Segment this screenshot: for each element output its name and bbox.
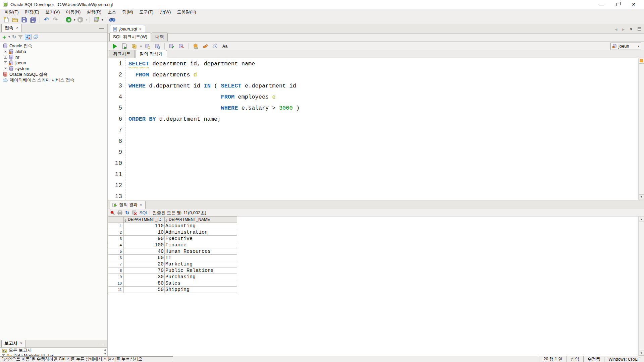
close-icon[interactable]: × [631, 2, 636, 7]
code-line-8[interactable] [128, 136, 638, 147]
editor-scrollbar[interactable]: ▲ ▼ [638, 58, 644, 200]
back-dropdown-icon[interactable]: ▾ [74, 18, 75, 21]
clear-worksheet-icon[interactable] [202, 43, 210, 50]
result-row[interactable]: 1110Accounting [108, 223, 237, 229]
results-scroll-down-icon[interactable]: ▼ [639, 351, 644, 356]
report-item-모든-보고서[interactable]: 모든 보고서 [0, 348, 107, 353]
print-icon[interactable] [117, 210, 122, 215]
editor-code[interactable]: SELECT department_id, department_name FR… [125, 58, 638, 200]
code-line-13[interactable] [128, 191, 638, 200]
menu-도움말-h[interactable]: 도움말(H) [174, 9, 199, 15]
results-scroll-up-icon[interactable]: ▲ [639, 217, 644, 222]
restore-icon[interactable] [615, 2, 620, 7]
tab-scroll-left-icon[interactable]: ◀ [615, 27, 618, 31]
sort-connections-icon[interactable] [25, 34, 32, 40]
tab-scroll-right-icon[interactable]: ▶ [622, 27, 625, 31]
filter-connections-icon[interactable] [18, 35, 23, 39]
code-line-7[interactable] [128, 125, 638, 136]
back-icon[interactable]: ◀ [64, 16, 72, 23]
connections-tab[interactable]: 접속 × [1, 24, 22, 32]
sql-button[interactable]: SQL [140, 210, 150, 215]
column-header-department-name[interactable]: DEPARTMENT_NAME [165, 217, 237, 223]
column-header-department-id[interactable]: DEPARTMENT_ID [124, 217, 165, 223]
result-row[interactable]: 1080Sales [108, 280, 237, 287]
menu-편집-e[interactable]: 편집(E) [22, 9, 42, 15]
forward-icon[interactable]: ▶ [76, 16, 85, 23]
tab-history[interactable]: 내역 [152, 33, 168, 41]
document-tab-joeun-sql[interactable]: joeun.sql × [110, 25, 145, 33]
result-row[interactable]: 870Public Relations [108, 267, 237, 274]
undo-icon[interactable]: ↶ [42, 16, 50, 23]
code-line-9[interactable] [128, 147, 638, 158]
forward-dropdown-icon[interactable]: ▾ [86, 18, 88, 21]
results-scrollbar[interactable]: ▲ ▼ [638, 217, 644, 356]
result-row[interactable]: 4100Finance [108, 242, 237, 248]
code-line-6[interactable]: ORDER BY d.department_name; [128, 114, 638, 125]
save-all-icon[interactable] [29, 16, 37, 23]
commit-icon[interactable] [168, 43, 176, 50]
save-icon[interactable] [20, 16, 28, 23]
redo-icon[interactable]: ↷ [51, 16, 59, 23]
rollback-icon[interactable] [177, 43, 185, 50]
menu-보기-v[interactable]: 보기(V) [42, 9, 63, 15]
results-tab[interactable]: 질의 결과 × [110, 201, 146, 209]
refresh-connections-icon[interactable]: ↻ [12, 34, 16, 40]
tree-item-oracle-접속[interactable]: Oracle 접속 [0, 43, 107, 49]
result-row[interactable]: 540Human Resources [108, 248, 237, 255]
results-tab-close-icon[interactable]: × [140, 202, 142, 207]
tree-item-데이터베이스-스키마-서비스-접속[interactable]: 데이터베이스 스키마 서비스 접속 [0, 77, 107, 83]
expand-icon[interactable]: + [4, 50, 7, 53]
reports-scroll-up-icon[interactable]: ▲ [104, 348, 107, 351]
reports-scroll-down-icon[interactable]: ▼ [104, 352, 107, 355]
menu-도구-t[interactable]: 도구(T) [136, 9, 157, 15]
sort-icon[interactable] [165, 219, 167, 222]
sql-tuning-icon[interactable] [153, 43, 161, 50]
tree-item-joeun[interactable]: +joeun [0, 60, 107, 66]
menu-팀-m[interactable]: 팀(M) [119, 9, 136, 15]
result-row[interactable]: 720Marketing [108, 261, 237, 267]
tab-list-dropdown-icon[interactable]: ▼ [629, 27, 633, 31]
tab-query-builder[interactable]: 질의 작성기 [135, 50, 167, 58]
case-toggle-icon[interactable]: Aa [221, 43, 229, 50]
unshared-worksheet-icon[interactable]: SQL [192, 43, 200, 50]
tree-item-system[interactable]: +system [0, 66, 107, 71]
code-line-1[interactable]: SELECT department_id, department_name [128, 58, 638, 69]
connections-close-icon[interactable]: × [16, 25, 18, 30]
refresh-grid-icon[interactable]: ↻ [125, 210, 129, 216]
code-line-10[interactable] [128, 158, 638, 169]
menu-이동-n[interactable]: 이동(N) [63, 9, 84, 15]
tree-item-aloha[interactable]: +aloha [0, 49, 107, 54]
sql-history-icon[interactable] [211, 43, 219, 50]
sort-icon[interactable] [124, 219, 126, 222]
result-row[interactable]: 1150Shipping [108, 287, 237, 293]
code-line-12[interactable] [128, 180, 638, 191]
code-editor[interactable]: 12345678910111213 SELECT department_id, … [108, 58, 644, 200]
add-connection-icon[interactable]: + [2, 34, 6, 40]
result-row[interactable]: 210Administration [108, 229, 237, 236]
run-statement-icon[interactable] [111, 43, 119, 50]
pin-icon[interactable] [110, 210, 115, 215]
reports-close-icon[interactable]: × [20, 341, 22, 346]
expand-icon[interactable]: + [4, 56, 7, 59]
menu-소스[interactable]: 소스 [104, 9, 119, 15]
code-line-11[interactable] [128, 169, 638, 180]
menu-실행-r[interactable]: 실행(R) [84, 9, 104, 15]
collapse-all-icon[interactable] [34, 35, 39, 39]
open-file-icon[interactable] [11, 16, 19, 23]
editor-scroll-down-icon[interactable]: ▼ [639, 194, 644, 199]
result-row[interactable]: 660IT [108, 255, 237, 261]
tree-item-hr[interactable]: +hr [0, 54, 107, 60]
minimize-icon[interactable]: — [599, 2, 604, 7]
delete-rows-icon[interactable] [132, 210, 137, 215]
maximize-editor-icon[interactable] [638, 27, 641, 31]
menu-창-w[interactable]: 창(W) [157, 9, 174, 15]
run-script-icon[interactable] [120, 43, 128, 50]
result-row[interactable]: 930Purchasing [108, 274, 237, 280]
explain-plan-icon[interactable] [144, 43, 152, 50]
tab-worksheet[interactable]: 워크시트 [109, 50, 135, 58]
menu-파일-f[interactable]: 파일(F) [1, 9, 22, 15]
autotrace-icon[interactable] [130, 43, 138, 50]
results-table[interactable]: DEPARTMENT_IDDEPARTMENT_NAME1110Accounti… [108, 217, 237, 293]
document-tab-close-icon[interactable]: × [139, 27, 142, 32]
expand-icon[interactable]: + [4, 67, 7, 70]
